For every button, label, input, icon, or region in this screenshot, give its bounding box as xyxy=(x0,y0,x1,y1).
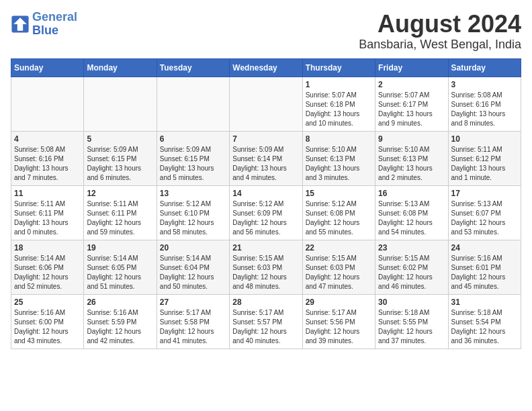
weekday-header: Monday xyxy=(84,58,157,77)
day-number: 27 xyxy=(160,298,226,307)
day-number: 20 xyxy=(160,243,226,253)
logo-line1: General xyxy=(32,10,77,24)
day-number: 5 xyxy=(87,134,153,144)
day-info: Sunrise: 5:13 AM Sunset: 6:07 PM Dayligh… xyxy=(451,199,518,237)
day-number: 31 xyxy=(451,298,518,307)
calendar-cell: 29Sunrise: 5:17 AM Sunset: 5:56 PM Dayli… xyxy=(302,294,375,349)
calendar-cell xyxy=(230,77,302,131)
day-number: 11 xyxy=(14,189,81,198)
day-number: 29 xyxy=(306,298,372,307)
day-number: 3 xyxy=(451,80,518,89)
calendar-cell: 2Sunrise: 5:07 AM Sunset: 6:17 PM Daylig… xyxy=(375,77,448,131)
day-info: Sunrise: 5:16 AM Sunset: 5:59 PM Dayligh… xyxy=(87,308,153,346)
weekday-header: Sunday xyxy=(11,58,84,77)
day-info: Sunrise: 5:07 AM Sunset: 6:17 PM Dayligh… xyxy=(378,91,445,128)
day-number: 17 xyxy=(451,189,518,198)
calendar-cell: 28Sunrise: 5:17 AM Sunset: 5:57 PM Dayli… xyxy=(230,294,302,349)
day-info: Sunrise: 5:12 AM Sunset: 6:09 PM Dayligh… xyxy=(232,199,299,237)
day-info: Sunrise: 5:14 AM Sunset: 6:05 PM Dayligh… xyxy=(87,254,153,291)
weekday-header: Wednesday xyxy=(230,58,302,77)
calendar-cell: 5Sunrise: 5:09 AM Sunset: 6:15 PM Daylig… xyxy=(84,131,157,185)
calendar-header: SundayMondayTuesdayWednesdayThursdayFrid… xyxy=(11,58,521,77)
calendar-week-row: 11Sunrise: 5:11 AM Sunset: 6:11 PM Dayli… xyxy=(11,185,521,240)
calendar-week-row: 18Sunrise: 5:14 AM Sunset: 6:06 PM Dayli… xyxy=(11,240,521,294)
day-info: Sunrise: 5:18 AM Sunset: 5:54 PM Dayligh… xyxy=(451,308,518,346)
day-info: Sunrise: 5:17 AM Sunset: 5:57 PM Dayligh… xyxy=(232,308,299,346)
calendar-title: August 2024 xyxy=(359,11,521,38)
day-number: 2 xyxy=(378,80,445,89)
header-row: SundayMondayTuesdayWednesdayThursdayFrid… xyxy=(11,58,521,77)
day-info: Sunrise: 5:11 AM Sunset: 6:12 PM Dayligh… xyxy=(451,145,518,183)
calendar-week-row: 4Sunrise: 5:08 AM Sunset: 6:16 PM Daylig… xyxy=(11,131,521,185)
calendar-week-row: 1Sunrise: 5:07 AM Sunset: 6:18 PM Daylig… xyxy=(11,77,521,131)
day-info: Sunrise: 5:08 AM Sunset: 6:16 PM Dayligh… xyxy=(14,145,81,183)
day-info: Sunrise: 5:17 AM Sunset: 5:58 PM Dayligh… xyxy=(160,308,226,346)
day-info: Sunrise: 5:08 AM Sunset: 6:16 PM Dayligh… xyxy=(451,91,518,128)
day-info: Sunrise: 5:09 AM Sunset: 6:15 PM Dayligh… xyxy=(160,145,226,183)
day-info: Sunrise: 5:13 AM Sunset: 6:08 PM Dayligh… xyxy=(378,199,445,237)
day-info: Sunrise: 5:12 AM Sunset: 6:10 PM Dayligh… xyxy=(160,199,226,237)
calendar-cell: 11Sunrise: 5:11 AM Sunset: 6:11 PM Dayli… xyxy=(11,185,84,240)
calendar-cell: 12Sunrise: 5:11 AM Sunset: 6:11 PM Dayli… xyxy=(84,185,157,240)
day-number: 9 xyxy=(378,134,445,144)
calendar-cell: 24Sunrise: 5:16 AM Sunset: 6:01 PM Dayli… xyxy=(448,240,521,294)
day-number: 10 xyxy=(451,134,518,144)
calendar-cell: 19Sunrise: 5:14 AM Sunset: 6:05 PM Dayli… xyxy=(84,240,157,294)
logo-text: General Blue xyxy=(32,11,77,38)
day-info: Sunrise: 5:10 AM Sunset: 6:13 PM Dayligh… xyxy=(306,145,372,183)
day-number: 6 xyxy=(160,134,226,144)
calendar-cell xyxy=(157,77,229,131)
calendar-cell: 31Sunrise: 5:18 AM Sunset: 5:54 PM Dayli… xyxy=(448,294,521,349)
calendar-cell: 8Sunrise: 5:10 AM Sunset: 6:13 PM Daylig… xyxy=(302,131,375,185)
calendar-cell: 6Sunrise: 5:09 AM Sunset: 6:15 PM Daylig… xyxy=(157,131,229,185)
day-number: 19 xyxy=(87,243,153,253)
day-info: Sunrise: 5:15 AM Sunset: 6:02 PM Dayligh… xyxy=(378,254,445,291)
day-info: Sunrise: 5:09 AM Sunset: 6:14 PM Dayligh… xyxy=(232,145,299,183)
day-number: 25 xyxy=(14,298,81,307)
day-number: 23 xyxy=(378,243,445,253)
day-number: 26 xyxy=(87,298,153,307)
weekday-header: Tuesday xyxy=(157,58,229,77)
calendar-subtitle: Bansbaria, West Bengal, India xyxy=(359,38,521,52)
day-info: Sunrise: 5:09 AM Sunset: 6:15 PM Dayligh… xyxy=(87,145,153,183)
day-number: 21 xyxy=(232,243,299,253)
logo-line2: Blue xyxy=(32,24,77,38)
day-number: 22 xyxy=(306,243,372,253)
day-info: Sunrise: 5:11 AM Sunset: 6:11 PM Dayligh… xyxy=(87,199,153,237)
day-number: 7 xyxy=(232,134,299,144)
weekday-header: Thursday xyxy=(302,58,375,77)
calendar-table: SundayMondayTuesdayWednesdayThursdayFrid… xyxy=(11,58,521,349)
day-info: Sunrise: 5:16 AM Sunset: 6:01 PM Dayligh… xyxy=(451,254,518,291)
day-number: 24 xyxy=(451,243,518,253)
calendar-cell xyxy=(11,77,84,131)
day-info: Sunrise: 5:16 AM Sunset: 6:00 PM Dayligh… xyxy=(14,308,81,346)
day-number: 1 xyxy=(306,80,372,89)
calendar-week-row: 25Sunrise: 5:16 AM Sunset: 6:00 PM Dayli… xyxy=(11,294,521,349)
day-info: Sunrise: 5:10 AM Sunset: 6:13 PM Dayligh… xyxy=(378,145,445,183)
calendar-cell: 13Sunrise: 5:12 AM Sunset: 6:10 PM Dayli… xyxy=(157,185,229,240)
calendar-cell: 22Sunrise: 5:15 AM Sunset: 6:03 PM Dayli… xyxy=(302,240,375,294)
day-info: Sunrise: 5:07 AM Sunset: 6:18 PM Dayligh… xyxy=(306,91,372,128)
calendar-cell: 4Sunrise: 5:08 AM Sunset: 6:16 PM Daylig… xyxy=(11,131,84,185)
calendar-cell: 1Sunrise: 5:07 AM Sunset: 6:18 PM Daylig… xyxy=(302,77,375,131)
day-info: Sunrise: 5:14 AM Sunset: 6:04 PM Dayligh… xyxy=(160,254,226,291)
day-number: 30 xyxy=(378,298,445,307)
calendar-cell: 14Sunrise: 5:12 AM Sunset: 6:09 PM Dayli… xyxy=(230,185,302,240)
day-info: Sunrise: 5:15 AM Sunset: 6:03 PM Dayligh… xyxy=(232,254,299,291)
calendar-cell: 27Sunrise: 5:17 AM Sunset: 5:58 PM Dayli… xyxy=(157,294,229,349)
day-info: Sunrise: 5:14 AM Sunset: 6:06 PM Dayligh… xyxy=(14,254,81,291)
day-number: 8 xyxy=(306,134,372,144)
day-info: Sunrise: 5:18 AM Sunset: 5:55 PM Dayligh… xyxy=(378,308,445,346)
calendar-cell: 3Sunrise: 5:08 AM Sunset: 6:16 PM Daylig… xyxy=(448,77,521,131)
logo-icon xyxy=(11,15,30,34)
day-number: 18 xyxy=(14,243,81,253)
calendar-cell: 17Sunrise: 5:13 AM Sunset: 6:07 PM Dayli… xyxy=(448,185,521,240)
calendar-cell: 9Sunrise: 5:10 AM Sunset: 6:13 PM Daylig… xyxy=(375,131,448,185)
calendar-cell: 16Sunrise: 5:13 AM Sunset: 6:08 PM Dayli… xyxy=(375,185,448,240)
calendar-cell: 25Sunrise: 5:16 AM Sunset: 6:00 PM Dayli… xyxy=(11,294,84,349)
day-info: Sunrise: 5:17 AM Sunset: 5:56 PM Dayligh… xyxy=(306,308,372,346)
weekday-header: Saturday xyxy=(448,58,521,77)
day-number: 28 xyxy=(232,298,299,307)
day-number: 16 xyxy=(378,189,445,198)
calendar-cell: 26Sunrise: 5:16 AM Sunset: 5:59 PM Dayli… xyxy=(84,294,157,349)
